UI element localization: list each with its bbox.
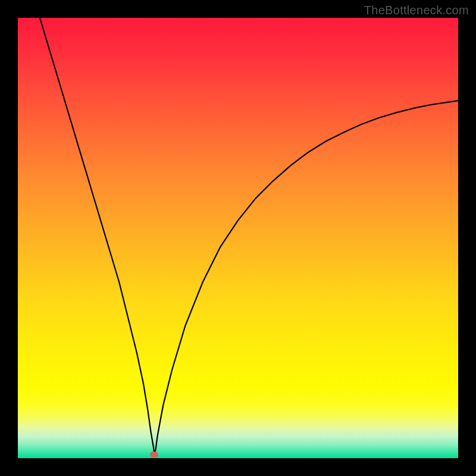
watermark-text: TheBottleneck.com xyxy=(364,4,469,17)
chart-frame: TheBottleneck.com xyxy=(0,0,476,476)
bottleneck-curve xyxy=(40,18,458,454)
optimal-point-marker xyxy=(150,452,158,458)
curve-overlay xyxy=(18,18,458,458)
